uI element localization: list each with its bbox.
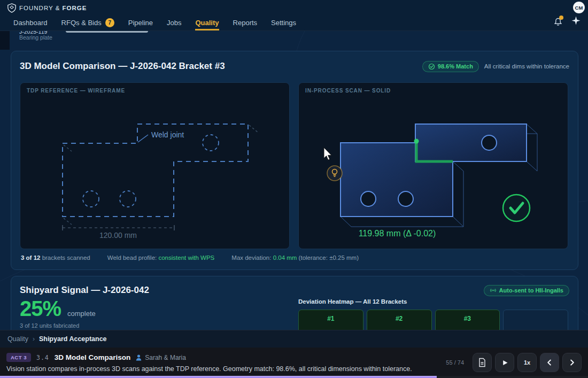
document-icon (478, 358, 486, 367)
rfq-count-badge: 7 (105, 18, 114, 27)
presenters: Sarah & Maria (136, 354, 186, 361)
job-row-shade (0, 29, 10, 50)
app-screen: J-2025-119 Bearing plate FOUNDRY & FORGE… (0, 0, 588, 378)
brand-logo-icon (7, 3, 17, 13)
wireframe-drawing: Weld joint 120.00 mm (20, 83, 289, 249)
playback-progress-track[interactable] (0, 376, 588, 378)
wireframe-hole (120, 191, 136, 207)
nav-jobs[interactable]: Jobs (167, 16, 181, 29)
scan-hole (482, 135, 497, 150)
tdp-reference-panel: TDP REFERENCE — WIREFRAME Weld joint (20, 82, 290, 249)
playback-progress-fill (0, 376, 437, 378)
weld-joint-leader-line (138, 135, 148, 142)
step-caption: Vision station compares in-process 3D sc… (6, 365, 412, 373)
topbar: FOUNDRY & FORGE CM Dashboard RFQs & Bids… (0, 0, 588, 31)
dimension-line (63, 225, 174, 230)
auto-sent-badge: Auto-sent to HII-Ingalls (484, 285, 569, 296)
job-name: Bearing plate (19, 34, 52, 41)
completion-percent: 25% (20, 297, 61, 321)
shipyard-card-title: Shipyard Signal — J-2026-042 (20, 285, 149, 296)
nav-pipeline[interactable]: Pipeline (128, 16, 153, 29)
new-item-sparkle-icon[interactable] (571, 16, 581, 27)
topbar-actions (553, 16, 581, 27)
previous-step-button[interactable] (540, 353, 559, 372)
heatmap-title: Deviation Heatmap — All 12 Brackets (298, 298, 568, 305)
tolerance-note: All critical dims within tolerance (484, 63, 569, 70)
scan-drawing: 119.98 mm (Δ -0.02) (299, 83, 568, 249)
comparison-stats-row: 3 of 12 brackets scanned Weld bead profi… (21, 254, 359, 261)
notification-dot (559, 16, 563, 20)
user-avatar[interactable]: CM (573, 2, 585, 13)
model-comparison-card: 3D Model Comparison — J-2026-042 Bracket… (11, 51, 578, 270)
scan-panel-label: IN-PROCESS SCAN — SOLID (305, 88, 391, 94)
mouse-cursor (324, 148, 331, 160)
wireframe-hole (83, 191, 99, 207)
scan-panel: IN-PROCESS SCAN — SOLID (298, 82, 568, 249)
wireframe-hole (203, 135, 219, 151)
comparison-card-title: 3D Model Comparison — J-2026-042 Bracket… (20, 61, 225, 72)
weld-start-dot (414, 139, 419, 144)
scan-dimension-label: 119.98 mm (Δ -0.02) (359, 229, 436, 238)
pass-check-circle (503, 195, 530, 221)
stat-brackets-scanned: 3 of 12 brackets scanned (21, 254, 90, 261)
units-fabricated-label: 3 of 12 units fabricated (20, 322, 79, 329)
match-badge: 98.6% Match (422, 61, 479, 72)
walkthrough-player-bar: ACT 3 3.4 3D Model Comparison Sarah & Ma… (0, 348, 588, 378)
breadcrumb-separator: › (33, 335, 35, 343)
step-counter: 55 / 74 (446, 359, 464, 366)
background-job-row: J-2025-119 Bearing plate (0, 29, 588, 50)
play-button[interactable] (495, 353, 514, 372)
speed-button[interactable]: 1x (517, 353, 537, 372)
chevron-right-icon (568, 359, 576, 366)
nav-reports[interactable]: Reports (233, 16, 258, 29)
scan-hole (398, 191, 413, 206)
main-nav: Dashboard RFQs & Bids7 Pipeline Jobs Qua… (13, 16, 296, 29)
stat-max-deviation: Max deviation: 0.04 mm (tolerance: ±0.25… (231, 254, 359, 261)
broadcast-icon (490, 287, 497, 294)
hint-lightbulb-button[interactable] (327, 166, 342, 181)
person-icon (136, 354, 142, 361)
scan-hole (361, 191, 376, 206)
nav-rfqs-bids[interactable]: RFQs & Bids7 (61, 16, 114, 29)
completion-label: complete (67, 310, 96, 318)
breadcrumb: Quality › Shipyard Acceptance (0, 330, 588, 348)
notifications-bell-icon[interactable] (553, 17, 563, 27)
nav-dashboard[interactable]: Dashboard (13, 16, 48, 29)
reference-dimension-label: 120.00 mm (99, 231, 137, 240)
stat-weld-bead: Weld bead profile: consistent with WPS (107, 254, 215, 261)
scan-body-upper (415, 124, 527, 161)
play-icon (501, 359, 509, 367)
breadcrumb-current: Shipyard Acceptance (39, 335, 107, 343)
step-number: 3.4 (36, 354, 49, 361)
chevron-left-icon (546, 359, 553, 366)
check-circle-icon (428, 63, 435, 70)
transcript-button[interactable] (473, 353, 492, 372)
brand-name: FOUNDRY & FORGE (19, 5, 87, 11)
nav-quality[interactable]: Quality (195, 16, 219, 29)
nav-settings[interactable]: Settings (271, 16, 296, 29)
weld-joint-annotation: Weld joint (151, 130, 184, 139)
tdp-panel-label: TDP REFERENCE — WIREFRAME (27, 88, 125, 94)
act-badge: ACT 3 (6, 353, 31, 362)
breadcrumb-quality[interactable]: Quality (7, 335, 28, 343)
next-step-button[interactable] (562, 353, 582, 372)
step-title: 3D Model Comparison (55, 353, 131, 361)
